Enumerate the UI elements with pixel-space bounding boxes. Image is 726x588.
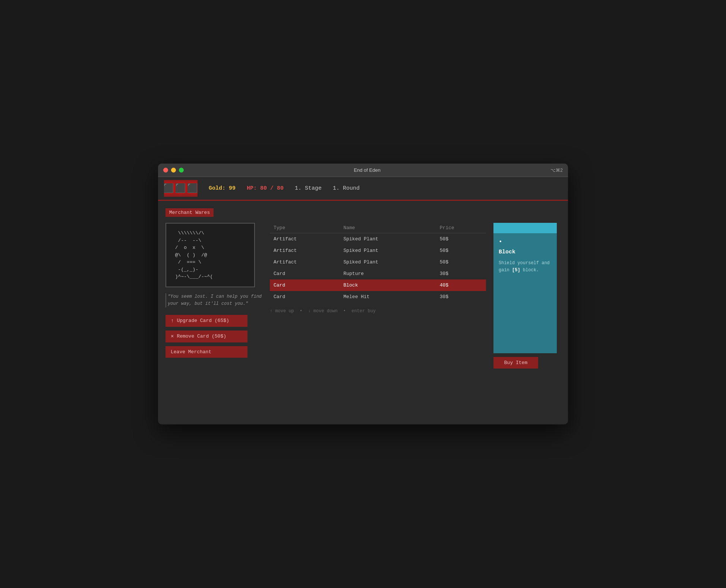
keyboard-shortcut: ⌥⌘2: [550, 168, 563, 173]
main-layout: \\\\\\\/\ /-- --\ / o x \ @\ ( ) /@ / ==…: [165, 223, 561, 369]
item-card-body: • Block Shield yourself and gain [5] blo…: [493, 233, 557, 353]
item-card-bullet: •: [499, 238, 552, 245]
left-panel: \\\\\\\/\ /-- --\ / o x \ @\ ( ) /@ / ==…: [165, 223, 262, 369]
row-name: Rupture: [340, 268, 436, 279]
leave-merchant-button[interactable]: Leave Merchant: [165, 346, 247, 358]
stage-stat: 1. Stage: [295, 185, 322, 192]
row-name: Spiked Plant: [340, 256, 436, 268]
window-title: End of Eden: [354, 167, 381, 173]
item-card: • Block Shield yourself and gain [5] blo…: [493, 223, 557, 353]
row-price: 50$: [436, 256, 486, 268]
table-row[interactable]: Card Rupture 30$: [270, 268, 486, 279]
merchant-quote: "You seem lost. I can help you find your…: [165, 293, 262, 307]
row-type: Card: [270, 268, 340, 279]
minimize-button[interactable]: [171, 168, 176, 173]
item-card-header: [493, 223, 557, 233]
row-price: 30$: [436, 291, 486, 303]
right-panel: • Block Shield yourself and gain [5] blo…: [493, 223, 561, 369]
topbar: ⬛⬛⬛ Gold: 99 HP: 80 / 80 1. Stage 1. Rou…: [158, 177, 568, 201]
traffic-lights: [163, 168, 184, 173]
merchant-art: \\\\\\\/\ /-- --\ / o x \ @\ ( ) /@ / ==…: [165, 223, 255, 287]
col-price: Price: [436, 223, 486, 233]
items-table: Type Name Price Artifact Spiked Plant 50…: [270, 223, 486, 303]
row-name: Melee Hit: [340, 291, 436, 303]
upgrade-card-button[interactable]: ↑ Upgrade Card (65$): [165, 315, 247, 327]
buy-item-button[interactable]: Buy Item: [493, 357, 538, 369]
section-title: Merchant Wares: [165, 208, 214, 217]
table-row[interactable]: Card Melee Hit 30$: [270, 291, 486, 303]
middle-panel: Type Name Price Artifact Spiked Plant 50…: [270, 223, 486, 369]
row-type: Artifact: [270, 245, 340, 256]
logo-text: ⬛⬛⬛: [164, 183, 198, 194]
close-button[interactable]: [163, 168, 168, 173]
gold-stat: Gold: 99: [209, 185, 236, 192]
round-stat: 1. Round: [333, 185, 360, 192]
table-hint: ↑ move up • ↓ move down • enter buy: [270, 309, 486, 314]
row-name: Spiked Plant: [340, 245, 436, 256]
table-row[interactable]: Artifact Spiked Plant 50$: [270, 245, 486, 256]
table-row-selected[interactable]: Card Block 40$: [270, 279, 486, 291]
row-price: 50$: [436, 233, 486, 245]
maximize-button[interactable]: [179, 168, 184, 173]
remove-card-button[interactable]: × Remove Card (50$): [165, 331, 247, 342]
titlebar: End of Eden ⌥⌘2: [158, 164, 568, 177]
remove-icon: ×: [171, 333, 174, 339]
row-type: Card: [270, 291, 340, 303]
table-row[interactable]: Artifact Spiked Plant 50$: [270, 233, 486, 245]
row-name: Block: [340, 279, 436, 291]
row-type: Artifact: [270, 233, 340, 245]
content-area: Merchant Wares \\\\\\\/\ /-- --\ / o x \…: [158, 201, 568, 424]
col-type: Type: [270, 223, 340, 233]
row-price: 30$: [436, 268, 486, 279]
table-row[interactable]: Artifact Spiked Plant 50$: [270, 256, 486, 268]
row-name: Spiked Plant: [340, 233, 436, 245]
row-price: 50$: [436, 245, 486, 256]
row-type: Artifact: [270, 256, 340, 268]
row-price: 40$: [436, 279, 486, 291]
item-card-name: Block: [499, 249, 552, 255]
row-type: Card: [270, 279, 340, 291]
item-card-description: Shield yourself and gain [5] block.: [499, 260, 552, 274]
upgrade-icon: ↑: [171, 318, 174, 324]
game-logo: ⬛⬛⬛: [164, 180, 198, 197]
hp-stat: HP: 80 / 80: [247, 185, 284, 192]
col-name: Name: [340, 223, 436, 233]
app-window: End of Eden ⌥⌘2 ⬛⬛⬛ Gold: 99 HP: 80 / 80…: [158, 164, 568, 424]
